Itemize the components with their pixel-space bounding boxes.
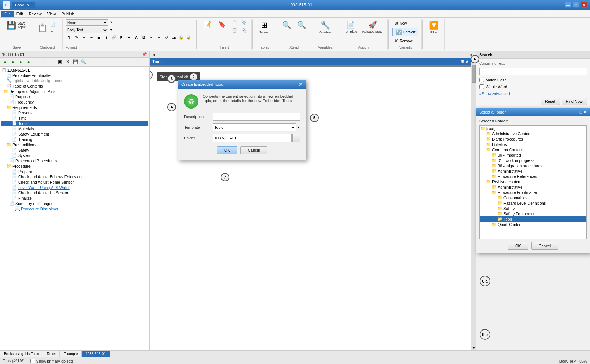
folder-item-common[interactable]: 📁 Common Content bbox=[480, 147, 586, 152]
format-btn-9[interactable]: ● bbox=[125, 34, 132, 41]
tools-panel-expand-icon[interactable]: ⊞ bbox=[461, 59, 464, 64]
tree-item-ref-proc[interactable]: 📄 Referenced Procedures bbox=[1, 158, 148, 163]
status-tab-example[interactable]: Example bbox=[60, 351, 82, 357]
tree-item-procedure[interactable]: 📁 Procedure bbox=[1, 163, 148, 169]
folder-item-quick-content[interactable]: 📁 Quick Content bbox=[480, 222, 586, 227]
modal-ok-button[interactable]: OK bbox=[217, 146, 237, 154]
clipboard-cut-button[interactable]: ✂ bbox=[48, 28, 57, 35]
menu-review[interactable]: Review bbox=[26, 11, 45, 17]
tree-item-training[interactable]: 📄 Training bbox=[1, 137, 148, 142]
folder-item-tools-selected[interactable]: 📁 Tools bbox=[480, 216, 586, 222]
tree-item-tools[interactable]: 📄 Tools bbox=[1, 121, 148, 126]
clipboard-paste-button[interactable]: 📋 📄 ✂ bbox=[35, 19, 59, 37]
tree-item-purpose[interactable]: 📄 Purpose bbox=[1, 94, 148, 99]
format-btn-bold[interactable]: A bbox=[133, 34, 140, 41]
format-btn-lock2[interactable]: 🔒 bbox=[185, 34, 192, 41]
folder-item-blank-proc[interactable]: 📁 Blank Procedures bbox=[480, 136, 586, 142]
modal-cancel-button[interactable]: Cancel bbox=[240, 146, 267, 154]
maximize-button[interactable]: □ bbox=[573, 2, 579, 8]
filter-button[interactable]: 🔽 Filter bbox=[427, 19, 441, 36]
tree-item-prepare[interactable]: 📄 Prepare bbox=[1, 169, 148, 174]
tree-item-finalize[interactable]: 📄 Finalize bbox=[1, 195, 148, 201]
format-btn-sub[interactable]: x₂ bbox=[170, 34, 177, 41]
tree-item-variables[interactable]: 🔧 - global variable assignments - bbox=[1, 78, 148, 83]
tree-item-time[interactable]: 📄 Time bbox=[1, 115, 148, 121]
tree-btn-green3[interactable]: ● bbox=[17, 58, 24, 65]
folder-item-safety-folder[interactable]: 📁 Safety bbox=[480, 206, 586, 211]
tree-item-system[interactable]: 📄 System bbox=[1, 153, 148, 158]
reset-button[interactable]: Reset bbox=[541, 98, 560, 105]
format-btn-list2[interactable]: ≡ bbox=[155, 34, 162, 41]
format-btn-1[interactable]: ¶ bbox=[66, 34, 73, 41]
xtend-search-button[interactable]: 🔍 bbox=[280, 19, 294, 31]
paragraph-style-select[interactable]: None bbox=[66, 19, 108, 26]
tree-item-toc[interactable]: 📑 Table of Contents bbox=[1, 83, 148, 89]
tree-item-disclaimer[interactable]: 📄 Procedure Disclaimer bbox=[1, 206, 148, 211]
tree-item-persons[interactable]: 📄 Persons bbox=[1, 110, 148, 115]
breadcrumb-pin[interactable]: 📌 bbox=[142, 52, 147, 57]
insert-sub3[interactable]: 📎 bbox=[240, 19, 249, 26]
folder-dialog-close[interactable]: ✕ bbox=[583, 110, 587, 115]
folder-item-consumables[interactable]: 📁 Consumables bbox=[480, 195, 586, 200]
tree-item-up-sensor[interactable]: 📄 Check and Adjust Up Sensor bbox=[1, 190, 148, 195]
release-state-button[interactable]: 🚀 Release State bbox=[360, 19, 385, 35]
folder-item-admin2[interactable]: 📁 Administrative bbox=[480, 184, 586, 190]
tree-item-home-sensor[interactable]: 📄 Check and Adjust Home Sensor bbox=[1, 179, 148, 185]
format-btn-4[interactable]: ≡ bbox=[88, 34, 95, 41]
folder-item-migration[interactable]: 📁 96 - migration procedures bbox=[480, 163, 586, 168]
folder-browse-button[interactable]: ... bbox=[292, 134, 300, 142]
tree-btn-green4[interactable]: ● bbox=[25, 58, 32, 65]
format-btn-list1[interactable]: ≡ bbox=[148, 34, 155, 41]
template-button[interactable]: 📄 Template bbox=[342, 19, 360, 35]
tree-item-frontmatter[interactable]: 📄 Procedure Frontmatter bbox=[1, 73, 148, 78]
format-btn-8[interactable]: ⚑ bbox=[118, 34, 125, 41]
primary-objects-checkbox[interactable] bbox=[30, 359, 35, 363]
tree-item-safety-eq[interactable]: 📄 Safety Equipment bbox=[1, 131, 148, 137]
description-input[interactable] bbox=[213, 113, 300, 121]
folder-item-imported[interactable]: 📁 00 - imported bbox=[480, 152, 586, 158]
format-btn-italic[interactable]: B bbox=[140, 34, 147, 41]
tree-item-safety[interactable]: 📄 Safety bbox=[1, 147, 148, 153]
folder-item-reused[interactable]: 📁 Re-Used content bbox=[480, 179, 586, 184]
tree-btn-box[interactable]: □ bbox=[48, 58, 56, 65]
folder-dialog-minimize[interactable]: — bbox=[574, 110, 579, 115]
tree-btn-collapse[interactable]: ← bbox=[41, 58, 48, 65]
tree-item-bellows[interactable]: 📄 Check and Adjust Bellows Extension bbox=[1, 174, 148, 179]
format-btn-3[interactable]: ≡ bbox=[80, 34, 88, 41]
folder-item-proc-refs[interactable]: 📁 Procedure References bbox=[480, 174, 586, 179]
new-button[interactable]: ⊕ New bbox=[392, 19, 408, 27]
insert-btn2[interactable]: 🔖 bbox=[215, 19, 229, 34]
format-btn-7[interactable]: 🔗 bbox=[110, 34, 118, 41]
tree-btn-box2[interactable]: ▣ bbox=[56, 58, 63, 65]
menu-view[interactable]: View bbox=[45, 11, 59, 17]
template-select[interactable]: Topic bbox=[213, 123, 296, 131]
format-btn-lock[interactable]: 🔒 bbox=[178, 34, 185, 41]
folder-dialog-restore[interactable]: □ bbox=[580, 110, 582, 115]
folder-item-admin[interactable]: 📁 Administrative bbox=[480, 168, 586, 174]
tree-item-section[interactable]: 📁 Set up and Adjust Lift Pins bbox=[1, 89, 148, 94]
folder-item-proc-frontmatter[interactable]: 📁 Procedure Frontmatter bbox=[480, 190, 586, 195]
show-advanced-link[interactable]: ℹ Show Advanced bbox=[479, 91, 587, 96]
tree-btn-save[interactable]: 💾 bbox=[72, 58, 79, 65]
folder-item-bulletins[interactable]: 📁 Bulletins bbox=[480, 142, 586, 147]
character-style-select[interactable]: Body Text bbox=[66, 27, 108, 33]
whole-word-checkbox[interactable] bbox=[479, 84, 484, 89]
status-tab-books[interactable]: Books using this Topic bbox=[0, 351, 43, 357]
xtend-btn2[interactable]: 🔍 bbox=[294, 19, 309, 31]
tree-item-requirements[interactable]: 📁 Requirements bbox=[1, 105, 148, 110]
tree-btn-search[interactable]: 🔍 bbox=[80, 58, 87, 65]
convert-button[interactable]: 🔄 Convert bbox=[392, 28, 418, 36]
close-button[interactable]: ✕ bbox=[581, 2, 587, 8]
folder-item-hazard[interactable]: 📁 Hazard Level Definitions bbox=[480, 200, 586, 206]
folder-input[interactable] bbox=[213, 134, 292, 142]
format-btn-sup[interactable]: x² bbox=[163, 34, 170, 41]
minimize-button[interactable]: — bbox=[565, 2, 571, 8]
folder-ok-button[interactable]: OK bbox=[508, 242, 528, 250]
format-btn-2[interactable]: ✎ bbox=[73, 34, 80, 41]
folder-item-safety-equipment[interactable]: 📁 Safety Equipment bbox=[480, 211, 586, 216]
tree-btn-green1[interactable]: ● bbox=[1, 58, 9, 65]
search-input[interactable] bbox=[479, 68, 587, 75]
tree-item-root[interactable]: 📋 1033-615-01 bbox=[1, 67, 148, 73]
status-tab-rules[interactable]: Rules bbox=[43, 351, 60, 357]
find-now-button[interactable]: Find Now bbox=[562, 98, 587, 105]
